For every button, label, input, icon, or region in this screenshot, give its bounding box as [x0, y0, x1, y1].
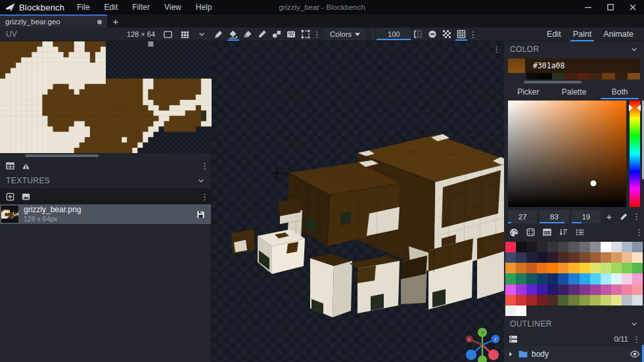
gizmo-neg-x[interactable] [466, 350, 476, 360]
palette-swatch[interactable] [537, 284, 547, 295]
palette-swatch[interactable] [568, 242, 579, 252]
palette-swatch[interactable] [505, 305, 516, 316]
layers-icon[interactable] [508, 334, 518, 344]
lock-alpha-button[interactable] [425, 28, 440, 41]
palette-swatch[interactable] [516, 273, 526, 284]
palette-swatch[interactable] [611, 242, 622, 252]
palette-swatch[interactable] [622, 295, 632, 305]
palette-swatch[interactable] [558, 252, 568, 263]
palette-swatch[interactable] [590, 242, 601, 252]
palette-swatch[interactable] [568, 252, 579, 263]
palette-swatch[interactable] [558, 263, 568, 273]
palette-swatch[interactable] [590, 252, 601, 263]
app-logo[interactable]: Blockbench [0, 3, 71, 12]
copy-paste-tool-button[interactable] [298, 28, 313, 41]
eraser-tool-button[interactable] [241, 28, 255, 41]
palette-swatch[interactable] [505, 284, 516, 295]
uv-hscrollbar-thumb[interactable] [25, 154, 99, 157]
saturation-square[interactable] [508, 101, 626, 207]
menu-filter[interactable]: Filter [126, 1, 156, 13]
view-gizmo[interactable]: Y X Z [462, 325, 503, 362]
palette-swatch[interactable] [632, 242, 643, 252]
mode-tab-edit[interactable]: Edit [541, 28, 566, 40]
hue-marker-right[interactable] [637, 104, 641, 111]
palette-swatch[interactable] [580, 284, 590, 295]
dithering-button[interactable] [440, 28, 454, 41]
palette-swatch[interactable] [632, 273, 643, 284]
outliner-item-body[interactable]: body [504, 346, 644, 362]
palette-swatch[interactable] [516, 284, 526, 295]
value-field[interactable]: 19 [572, 210, 601, 223]
menu-view[interactable]: View [158, 1, 187, 13]
palette-swatch[interactable] [516, 305, 526, 316]
gradient-tool-button[interactable] [284, 28, 298, 41]
uv-grid-view-button[interactable] [177, 28, 192, 41]
palette-swatch[interactable] [611, 263, 622, 273]
history-swatch[interactable] [628, 73, 640, 79]
palette-swatch[interactable] [537, 242, 547, 252]
uv-footer-menu[interactable]: ⋮ [200, 161, 208, 171]
palette-swatch[interactable] [580, 295, 590, 305]
palette-swatch[interactable] [632, 284, 643, 295]
palette-swatch[interactable] [516, 252, 526, 263]
palette-mode-button[interactable] [507, 226, 521, 239]
palette-swatch[interactable] [580, 242, 590, 252]
palette-swatch[interactable] [526, 295, 537, 305]
randomize-palette-button[interactable] [523, 226, 538, 239]
palette-swatch[interactable] [568, 295, 579, 305]
import-texture-button[interactable] [3, 190, 17, 203]
uv-texture-canvas[interactable] [0, 41, 212, 153]
palette-swatch[interactable] [537, 295, 547, 305]
hue-marker-left[interactable] [629, 104, 633, 111]
palette-swatch[interactable] [590, 273, 601, 284]
color-options-menu[interactable]: ⋮ [632, 212, 640, 221]
palette-swatch[interactable] [558, 295, 568, 305]
palette-swatch[interactable] [622, 273, 632, 284]
color-tab-picker[interactable]: Picker [505, 85, 551, 99]
history-swatch[interactable] [564, 73, 577, 79]
palette-swatch[interactable] [611, 273, 622, 284]
chevron-down-icon[interactable] [197, 177, 205, 185]
palette-swatch[interactable] [547, 252, 558, 263]
history-swatch[interactable] [526, 73, 539, 79]
tab-grizzly-bear-geo[interactable]: grizzly_bear.geo [0, 14, 107, 28]
color-tab-palette[interactable]: Palette [551, 85, 597, 99]
palette-swatch[interactable] [622, 284, 632, 295]
palette-swatch[interactable] [505, 252, 516, 263]
palette-swatch[interactable] [611, 252, 622, 263]
gizmo-neg-y[interactable] [478, 355, 487, 362]
outliner-section-header[interactable]: OUTLINER [504, 316, 644, 332]
palette-swatch[interactable] [505, 273, 516, 284]
palette-swatch[interactable] [622, 263, 632, 273]
color-tab-both[interactable]: Both [597, 85, 643, 99]
palette-swatch[interactable] [611, 284, 622, 295]
palette-swatch[interactable] [526, 263, 537, 273]
palette-swatch[interactable] [601, 273, 611, 284]
palette-swatch[interactable] [526, 252, 537, 263]
history-swatch[interactable] [615, 73, 628, 79]
create-texture-button[interactable] [18, 190, 33, 203]
palette-swatch[interactable] [516, 263, 526, 273]
palette-swatch[interactable] [505, 295, 516, 305]
textures-menu[interactable]: ⋮ [200, 192, 208, 202]
palette-swatch[interactable] [558, 284, 568, 295]
palette-swatch[interactable] [590, 295, 601, 305]
current-color-bar[interactable]: #301a08 [508, 58, 640, 73]
color-section-header[interactable]: COLOR [504, 41, 644, 57]
bear-model[interactable] [212, 41, 504, 362]
palette-swatch[interactable] [526, 242, 537, 252]
history-swatch[interactable] [540, 73, 552, 79]
shape-tool-button[interactable] [269, 28, 284, 41]
save-icon[interactable] [196, 210, 206, 219]
palette-swatch[interactable] [568, 273, 579, 284]
mirror-painting-button[interactable] [411, 28, 425, 41]
close-button[interactable] [622, 0, 644, 14]
chevron-down-icon[interactable] [630, 320, 638, 328]
palette-swatch[interactable] [547, 295, 558, 305]
colors-dropdown[interactable]: Colors [325, 28, 365, 40]
palette-swatch[interactable] [568, 263, 579, 273]
texture-item-grizzly-bear[interactable]: grizzly_bear.png 128 x 64px [0, 204, 211, 224]
palette-swatch[interactable] [505, 263, 516, 273]
menu-file[interactable]: File [71, 1, 95, 13]
palette-swatch[interactable] [601, 284, 611, 295]
